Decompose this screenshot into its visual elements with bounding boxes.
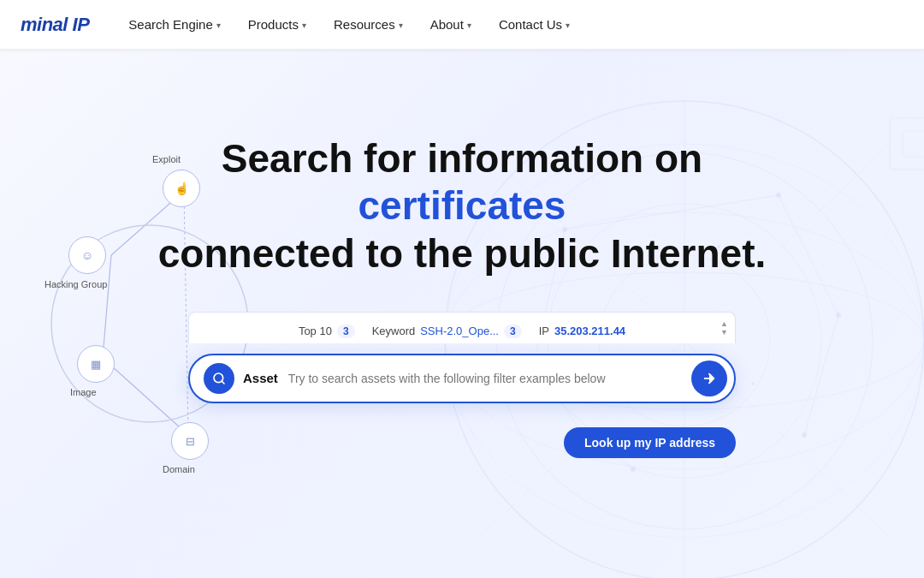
nav-item-products[interactable]: Products ▾ [236,10,318,39]
hero-title: Search for information on certificates c… [128,135,796,277]
node-image-label: Image [70,387,97,397]
chevron-down-icon: ▾ [467,21,471,30]
search-submit-button[interactable] [691,361,727,396]
chevron-down-icon: ▾ [302,21,306,30]
tags-row: Top 10 3 Keyword SSH-2.0_Ope... 3 IP 35.… [188,312,736,343]
svg-point-14 [631,467,636,472]
tag-ip[interactable]: IP 35.203.211.44 [530,319,634,343]
search-icon-wrap [204,363,234,394]
chevron-down-icon: ▾ [399,21,403,30]
search-input[interactable] [288,372,684,385]
nav-items: Search Engine ▾ Products ▾ Resources ▾ A… [116,10,582,39]
search-icon [212,372,226,385]
tag-keyword[interactable]: Keyword SSH-2.0_Ope... 3 [364,319,530,343]
arrow-right-icon [702,371,717,386]
search-bar: Asset [188,354,736,403]
navbar: minal IP Search Engine ▾ Products ▾ Reso… [0,0,924,50]
nav-item-search-engine[interactable]: Search Engine ▾ [116,10,232,39]
nav-item-contact-us[interactable]: Contact Us ▾ [487,10,582,39]
chevron-down-icon: ▾ [216,21,221,30]
tags-scroll-button[interactable]: ▲ ▼ [720,319,728,336]
lookup-ip-button[interactable]: Look up my IP address [564,427,736,458]
svg-point-12 [836,313,841,318]
hero-content: Search for information on certificates c… [94,135,830,458]
nav-item-resources[interactable]: Resources ▾ [322,10,415,39]
svg-line-32 [222,381,224,384]
tag-top10[interactable]: Top 10 3 [290,319,364,343]
node-domain-label: Domain [163,464,195,474]
svg-rect-25 [903,131,924,157]
search-container: Asset Look up my IP address [188,354,736,403]
search-type-label: Asset [243,371,278,385]
nav-item-about[interactable]: About ▾ [418,10,483,39]
hero-section: ☝ Exploit ☺ Hacking Group ▦ Image ⊟ Doma… [0,50,924,578]
svg-rect-24 [890,118,924,170]
chevron-down-icon: ▾ [566,21,570,30]
logo[interactable]: minal IP [21,14,89,36]
